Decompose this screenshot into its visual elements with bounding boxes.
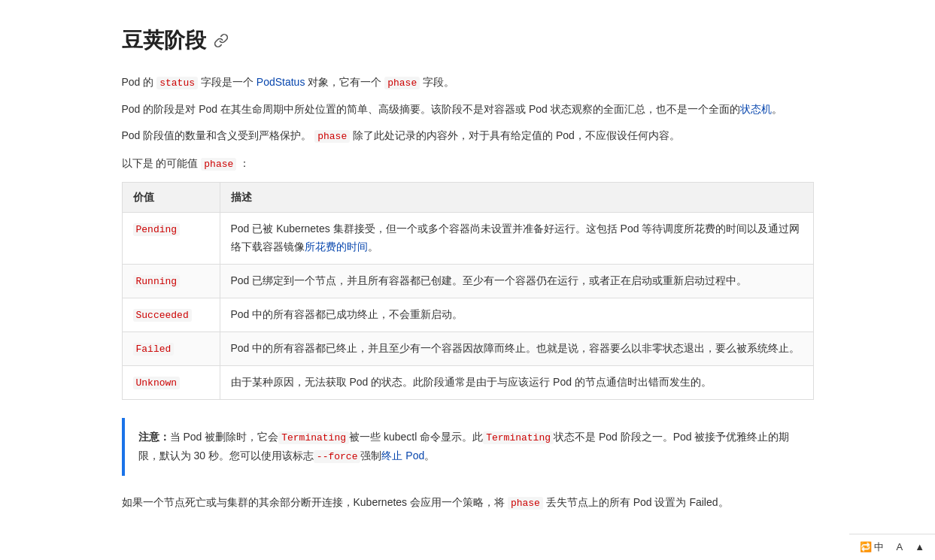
bottom-paragraph: 如果一个节点死亡或与集群的其余部分断开连接，Kubernetes 会应用一个策略… <box>122 494 814 512</box>
flower-time-link[interactable]: 所花费的时间 <box>305 241 368 253</box>
close-icon[interactable]: ▲ <box>912 537 927 557</box>
main-content: 豆荚阶段 Pod 的 status 字段是一个 PodStatus 对象，它有一… <box>92 0 844 557</box>
phase-code-2: phase <box>314 130 350 143</box>
table-cell-value-running: Running <box>122 265 220 298</box>
table-cell-value-unknown: Unknown <box>122 366 220 400</box>
running-code: Running <box>133 275 181 288</box>
pending-code: Pending <box>133 223 181 236</box>
note-box: 注意：当 Pod 被删除时，它会Terminating被一些 kubectl 命… <box>122 418 814 475</box>
terminating-code-1: Terminating <box>278 431 349 444</box>
anchor-link-icon[interactable] <box>214 33 229 48</box>
para2: Pod 的阶段是对 Pod 在其生命周期中所处位置的简单、高级摘要。该阶段不是对… <box>122 101 814 119</box>
para1: Pod 的 status 字段是一个 PodStatus 对象，它有一个 pha… <box>122 74 814 92</box>
failed-code: Failed <box>133 343 175 356</box>
para4: 以下是 的可能值 phase ： <box>122 155 814 173</box>
podstatus-link[interactable]: PodStatus <box>257 76 305 88</box>
table-row: Unknown 由于某种原因，无法获取 Pod 的状态。此阶段通常是由于与应该运… <box>122 366 813 400</box>
table-cell-desc-failed: Pod 中的所有容器都已终止，并且至少有一个容器因故障而终止。也就是说，容器要么… <box>220 332 813 366</box>
table-row: Failed Pod 中的所有容器都已终止，并且至少有一个容器因故障而终止。也就… <box>122 332 813 366</box>
note-content: 注意：当 Pod 被删除时，它会Terminating被一些 kubectl 命… <box>138 431 790 461</box>
state-machine-link[interactable]: 状态机 <box>740 103 772 115</box>
table-header-desc: 描述 <box>220 182 813 213</box>
terminate-pod-link[interactable]: 终止 Pod <box>381 450 424 462</box>
force-code: --force <box>314 450 361 463</box>
status-code: status <box>156 77 198 89</box>
page-title: 豆荚阶段 <box>122 23 814 59</box>
table-cell-desc-succeeded: Pod 中的所有容器都已成功终止，不会重新启动。 <box>220 298 813 332</box>
table-cell-value-failed: Failed <box>122 332 220 366</box>
phase-code-1: phase <box>384 77 420 89</box>
table-row: Running Pod 已绑定到一个节点，并且所有容器都已创建。至少有一个容器仍… <box>122 265 813 298</box>
table-cell-desc-running: Pod 已绑定到一个节点，并且所有容器都已创建。至少有一个容器仍在运行，或者正在… <box>220 265 813 298</box>
title-text: 豆荚阶段 <box>122 23 206 59</box>
table-row: Succeeded Pod 中的所有容器都已成功终止，不会重新启动。 <box>122 298 813 332</box>
table-cell-value-succeeded: Succeeded <box>122 298 220 332</box>
para3: Pod 阶段值的数量和含义受到严格保护。 phase 除了此处记录的内容外，对于… <box>122 127 814 145</box>
table-cell-desc-unknown: 由于某种原因，无法获取 Pod 的状态。此阶段通常是由于与应该运行 Pod 的节… <box>220 366 813 400</box>
succeeded-code: Succeeded <box>133 309 192 322</box>
table-cell-value-pending: Pending <box>122 213 220 265</box>
phase-code-bottom: phase <box>508 497 543 510</box>
table-header-value: 价值 <box>122 182 220 213</box>
bottom-toolbar: 🔁 中 A ▲ <box>849 534 935 557</box>
table-cell-desc-pending: Pod 已被 Kubernetes 集群接受，但一个或多个容器尚未设置并准备好运… <box>220 213 813 265</box>
terminating-code-2: Terminating <box>483 431 554 444</box>
phase-code-3: phase <box>201 158 236 171</box>
phase-table: 价值 描述 Pending Pod 已被 Kubernetes 集群接受，但一个… <box>122 182 814 401</box>
font-size-icon[interactable]: A <box>893 537 906 557</box>
translate-icon[interactable]: 🔁 中 <box>857 537 888 557</box>
unknown-code: Unknown <box>133 377 181 389</box>
table-row: Pending Pod 已被 Kubernetes 集群接受，但一个或多个容器尚… <box>122 213 813 265</box>
